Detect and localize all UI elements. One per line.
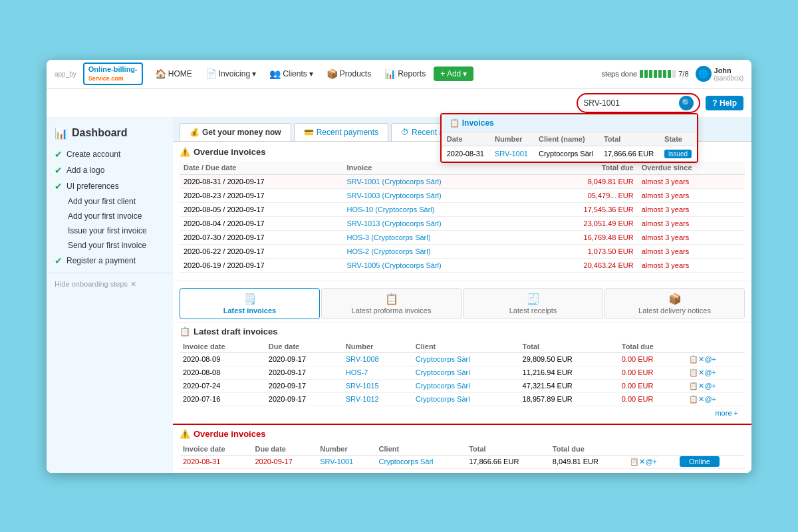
browser-window: app_by Online-billing- Service.com 🏠 HOM… [47, 60, 751, 473]
cell-date: 2020-08-23 / 2020-09-17 [180, 188, 342, 202]
result-number[interactable]: SRV-1001 [489, 146, 533, 161]
nav-clients[interactable]: 👥 Clients ▾ [264, 66, 319, 82]
sidebar-item-create-account[interactable]: ✔ Create account [47, 146, 173, 162]
cell-total-due: 0.00 EUR [618, 366, 686, 379]
cell-total: 23,051.49 EUR [531, 216, 638, 230]
step-bar-1 [640, 70, 643, 78]
sidebar-item-issue-invoice[interactable]: Issue your first invoice [47, 223, 173, 238]
tab-latest-delivery[interactable]: 📦 Latest delivery notices [604, 288, 745, 319]
cell-invoice[interactable]: SRV-1001 (Cryptocorps Sàrl) [342, 174, 531, 188]
cell-date: 2020-06-19 / 2020-09-17 [180, 258, 342, 272]
draft-title: 📋 Latest draft invoices [180, 327, 745, 336]
search-input[interactable] [583, 98, 676, 108]
cell-client[interactable]: Cryptocorps Sàrl [376, 455, 466, 468]
nav-home[interactable]: 🏠 HOME [150, 66, 198, 82]
cell-total-due: 0.00 EUR [618, 392, 686, 406]
cell-date: 2020-06-22 / 2020-09-17 [180, 244, 342, 258]
cell-since: almost 3 years [638, 202, 745, 216]
cell-since: almost 3 years [638, 244, 745, 258]
hide-onboarding-link[interactable]: Hide onboarding steps ✕ [47, 277, 173, 291]
nav-reports[interactable]: 📊 Reports [379, 66, 431, 82]
tab-latest-invoices[interactable]: 🗒️ Latest invoices [180, 288, 320, 319]
col-due-date: Due date [251, 443, 317, 456]
cell-invoice[interactable]: HOS-2 (Cryptocorps Sàrl) [342, 244, 531, 258]
invoices-icon: 📋 [450, 118, 460, 128]
col-number: Number [317, 443, 375, 456]
overdue-bottom-table: Invoice date Due date Number Client Tota… [180, 443, 745, 469]
cell-number[interactable]: SRV-1008 [342, 352, 412, 366]
cell-due-date: 2020-09-17 [265, 392, 342, 406]
sidebar-item-ui-prefs[interactable]: ✔ UI preferences [47, 178, 173, 194]
check-icon: ✔ [55, 181, 63, 192]
tab-get-money[interactable]: 💰 Get your money now [180, 123, 291, 141]
cell-number[interactable]: SRV-1015 [342, 379, 412, 392]
cell-total: 8,049.81 EUR [531, 174, 638, 188]
sidebar-item-send-invoice[interactable]: Send your first invoice [47, 238, 173, 253]
step-bar-3 [649, 70, 652, 78]
col-client: Client [376, 443, 466, 456]
col-total-due: Total due [531, 161, 638, 175]
sidebar-item-add-logo[interactable]: ✔ Add a logo [47, 162, 173, 178]
result-date: 2020-08-31 [442, 146, 489, 161]
cell-total: 18,957.89 EUR [519, 392, 618, 406]
sidebar-item-first-invoice[interactable]: Add your first invoice [47, 209, 173, 223]
chevron-down-icon: ▾ [463, 69, 467, 78]
tab-latest-receipts[interactable]: 🧾 Latest receipts [463, 288, 603, 319]
col-total: Total [519, 340, 618, 353]
cell-number[interactable]: SRV-1001 [317, 455, 375, 468]
cell-invoice[interactable]: SRV-1005 (Cryptocorps Sàrl) [342, 258, 531, 272]
col-badge [676, 443, 745, 456]
cell-total: 17,545.36 EUR [531, 202, 638, 216]
cell-client[interactable]: Cryptocorps Sàrl [412, 352, 519, 366]
cell-due-date: 2020-09-17 [251, 455, 317, 468]
cell-invoice[interactable]: HOS-10 (Cryptocorps Sàrl) [342, 202, 531, 216]
cell-invoice[interactable]: SRV-1003 (Cryptocorps Sàrl) [342, 188, 531, 202]
more-link[interactable]: more + [180, 406, 745, 420]
col-client: Client (name) [533, 132, 598, 146]
tab-latest-proforma[interactable]: 📋 Latest proforma invoices [321, 288, 462, 319]
user-info: John (sandbox) [714, 66, 743, 82]
cell-actions: 📋✕@+ [686, 366, 745, 379]
search-wrapper: 🔍 [577, 93, 700, 113]
cell-date: 2020-08-04 / 2020-09-17 [180, 216, 342, 230]
cell-number[interactable]: SRV-1012 [342, 392, 412, 406]
search-button[interactable]: 🔍 [679, 96, 694, 110]
cell-client[interactable]: Cryptocorps Sàrl [412, 379, 519, 392]
overdue-icon: ⚠️ [180, 147, 190, 157]
table-row: 2020-07-16 2020-09-17 SRV-1012 Cryptocor… [180, 392, 745, 406]
tab-recent-payments[interactable]: 💳 Recent payments [294, 123, 388, 141]
cell-total: 17,866.66 EUR [466, 455, 549, 468]
sidebar-item-register-payment[interactable]: ✔ Register a payment [47, 253, 173, 269]
add-button[interactable]: + Add ▾ [434, 66, 473, 81]
overdue-bottom-icon: ⚠️ [180, 429, 190, 439]
nav-products[interactable]: 📦 Products [321, 66, 376, 82]
sidebar-item-first-client[interactable]: Add your first client [47, 194, 173, 209]
user-box[interactable]: 🌐 John (sandbox) [696, 66, 743, 82]
app-by-label: app_by [55, 70, 76, 78]
cell-invoice[interactable]: SRV-1013 (Cryptocorps Sàrl) [342, 216, 531, 230]
cell-actions: 📋✕@+ [686, 352, 745, 366]
cell-since: almost 3 years [638, 216, 745, 230]
cell-total: 1,073.50 EUR [531, 244, 638, 258]
cell-total-due: 0.00 EUR [618, 379, 686, 392]
bottom-tabs: 🗒️ Latest invoices 📋 Latest proforma inv… [173, 281, 751, 322]
table-row: 2020-08-31 / 2020-09-17 SRV-1001 (Crypto… [180, 174, 745, 188]
cell-client[interactable]: Cryptocorps Sàrl [412, 366, 519, 379]
cell-inv-date: 2020-07-16 [180, 392, 265, 406]
table-row: 2020-06-19 / 2020-09-17 SRV-1005 (Crypto… [180, 258, 745, 272]
help-button[interactable]: ? Help [706, 96, 743, 110]
table-row: 2020-07-24 2020-09-17 SRV-1015 Cryptocor… [180, 379, 745, 392]
nav-invoicing[interactable]: 📄 Invoicing ▾ [200, 66, 261, 82]
cell-date: 2020-07-30 / 2020-09-17 [180, 230, 342, 244]
home-icon: 🏠 [155, 68, 166, 79]
cell-client[interactable]: Cryptocorps Sàrl [412, 392, 519, 406]
col-total: Total [466, 443, 549, 456]
cell-actions: 📋✕@+ [686, 392, 745, 406]
activity-icon: ⏱ [401, 128, 409, 137]
cell-total: 11,216.94 EUR [519, 366, 618, 379]
step-bar-5 [658, 70, 662, 78]
cell-invoice[interactable]: HOS-3 (Cryptocorps Sàrl) [342, 230, 531, 244]
cell-number[interactable]: HOS-7 [342, 366, 412, 379]
col-total-due: Total due [549, 443, 627, 456]
draft-icon: 📋 [180, 327, 190, 336]
